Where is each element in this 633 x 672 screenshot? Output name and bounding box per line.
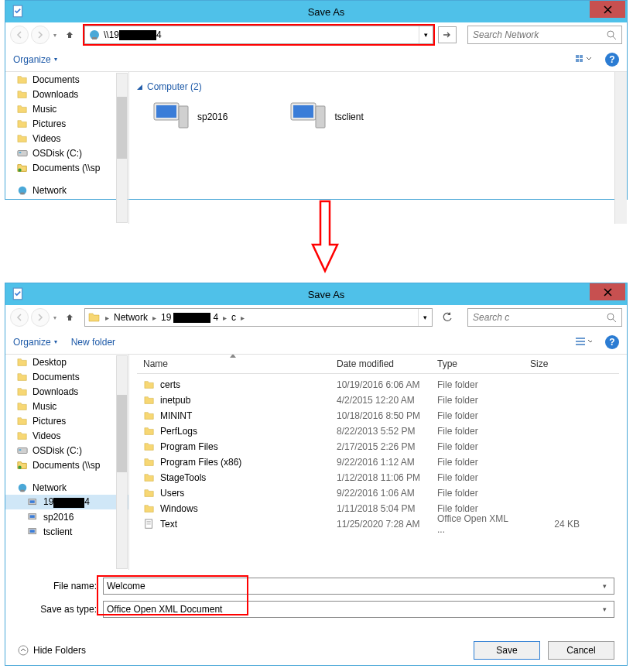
- recent-dropdown[interactable]: ▾: [53, 32, 56, 39]
- folder-icon: [16, 416, 29, 427]
- computer-item[interactable]: sp2016: [152, 101, 228, 132]
- tree-item-network[interactable]: Network: [5, 183, 128, 197]
- tree-item[interactable]: Music: [5, 101, 128, 116]
- titlebar[interactable]: Save As: [5, 1, 627, 22]
- search-input[interactable]: [473, 312, 607, 323]
- group-header-computer[interactable]: ◢ Computer (2): [137, 81, 619, 92]
- chevron-down-icon[interactable]: ▾: [598, 605, 611, 613]
- address-bar[interactable]: \\194 ▾: [84, 26, 433, 44]
- hide-folders-button[interactable]: Hide Folders: [18, 645, 86, 656]
- folder-icon: [16, 104, 29, 115]
- tree-item[interactable]: Pictures: [5, 116, 128, 131]
- svg-rect-18: [580, 59, 583, 62]
- close-button[interactable]: [590, 1, 625, 18]
- column-name[interactable]: Name: [137, 355, 330, 373]
- breadcrumb-segment[interactable]: 194: [161, 312, 218, 323]
- chevron-right-icon[interactable]: ▸: [223, 314, 227, 322]
- up-button[interactable]: [60, 26, 79, 44]
- forward-button[interactable]: [31, 308, 50, 327]
- tree-item-network[interactable]: Network: [5, 480, 128, 495]
- folder-icon: [143, 503, 156, 514]
- forward-button[interactable]: [31, 26, 50, 44]
- save-button[interactable]: Save: [474, 641, 540, 660]
- file-type: File folder: [431, 395, 524, 406]
- tree-item[interactable]: OSDisk (C:): [5, 443, 128, 458]
- view-options-button[interactable]: [571, 334, 596, 351]
- back-button[interactable]: [10, 308, 29, 327]
- file-row[interactable]: StageTools1/12/2018 11:06 PMFile folder: [137, 470, 619, 485]
- go-button[interactable]: [438, 26, 457, 43]
- column-type[interactable]: Type: [431, 355, 524, 373]
- file-row[interactable]: Users9/22/2016 1:06 AMFile folder: [137, 485, 619, 501]
- tree-scrollbar[interactable]: [116, 355, 128, 569]
- tree-item[interactable]: Videos: [5, 428, 128, 443]
- address-dropdown[interactable]: ▾: [418, 309, 432, 326]
- search-box[interactable]: [467, 308, 622, 327]
- search-input[interactable]: [473, 29, 607, 40]
- breadcrumb-bar[interactable]: ▸Network▸194▸c▸ ▾: [84, 308, 433, 327]
- organize-menu[interactable]: Organize▾: [13, 54, 57, 65]
- recent-dropdown[interactable]: ▾: [53, 314, 56, 321]
- tree-item[interactable]: Videos: [5, 131, 128, 146]
- back-icon: [15, 31, 23, 39]
- up-button[interactable]: [60, 308, 79, 327]
- tree-item[interactable]: Pictures: [5, 413, 128, 428]
- cancel-button[interactable]: Cancel: [548, 641, 614, 660]
- tree-item[interactable]: Documents (\\sp: [5, 458, 128, 472]
- file-row[interactable]: Windows1/11/2018 5:04 PMFile folder: [137, 501, 619, 516]
- tree-label: sp2016: [43, 512, 74, 523]
- new-folder-button[interactable]: New folder: [71, 337, 115, 348]
- file-row[interactable]: Text11/25/2020 7:28 AMOffice Open XML ..…: [137, 516, 619, 532]
- computer-item[interactable]: tsclient: [289, 101, 363, 132]
- tree-scrollbar[interactable]: [116, 73, 128, 223]
- search-box[interactable]: [467, 26, 622, 44]
- tree-item[interactable]: Documents: [5, 72, 128, 87]
- tree-item[interactable]: Documents: [5, 369, 128, 384]
- help-button[interactable]: ?: [605, 53, 619, 67]
- breadcrumb-segment[interactable]: Network: [114, 312, 148, 323]
- tree-item-computer[interactable]: sp2016: [5, 509, 128, 524]
- tree-item-computer[interactable]: 194: [5, 495, 128, 509]
- column-size[interactable]: Size: [524, 355, 586, 373]
- organize-menu[interactable]: Organize▾: [13, 337, 57, 348]
- tree-item[interactable]: Downloads: [5, 87, 128, 101]
- refresh-button[interactable]: [438, 309, 457, 326]
- back-button[interactable]: [10, 26, 29, 44]
- scrollbar-thumb[interactable]: [117, 97, 127, 159]
- content-scrollbar[interactable]: [614, 72, 627, 224]
- doc-icon: [143, 519, 156, 530]
- view-options-button[interactable]: [571, 51, 596, 68]
- refresh-icon: [442, 312, 453, 323]
- file-row[interactable]: certs10/19/2016 6:06 AMFile folder: [137, 377, 619, 393]
- chevron-right-icon[interactable]: ▸: [105, 314, 109, 322]
- file-row[interactable]: Program Files (x86)9/22/2016 1:12 AMFile…: [137, 454, 619, 470]
- tree-label: Music: [33, 104, 56, 115]
- tree-item[interactable]: Downloads: [5, 384, 128, 399]
- file-row[interactable]: PerfLogs8/22/2013 5:52 PMFile folder: [137, 423, 619, 439]
- chevron-down-icon: ▾: [54, 56, 57, 63]
- tree-item[interactable]: Desktop: [5, 355, 128, 369]
- folder-tree: DocumentsDownloadsMusicPicturesVideosOSD…: [5, 72, 129, 224]
- breadcrumb-segment[interactable]: c: [231, 312, 236, 323]
- tree-label: Music: [33, 401, 56, 412]
- scrollbar-thumb[interactable]: [117, 395, 127, 472]
- address-dropdown[interactable]: ▾: [419, 26, 433, 43]
- file-name: Windows: [160, 503, 198, 514]
- column-date[interactable]: Date modified: [330, 355, 431, 373]
- saveastype-combo[interactable]: Office Open XML Document ▾: [103, 601, 614, 618]
- file-type: File folder: [431, 472, 524, 483]
- tree-item[interactable]: Music: [5, 399, 128, 413]
- file-row[interactable]: inetpub4/2/2015 12:20 AMFile folder: [137, 393, 619, 408]
- help-button[interactable]: ?: [605, 335, 619, 349]
- tree-item[interactable]: Documents (\\sp: [5, 160, 128, 175]
- file-row[interactable]: Program Files2/17/2015 2:26 PMFile folde…: [137, 439, 619, 454]
- chevron-right-icon[interactable]: ▸: [241, 314, 245, 322]
- tree-item-computer[interactable]: tsclient: [5, 524, 128, 539]
- chevron-down-icon[interactable]: ▾: [598, 582, 611, 590]
- titlebar[interactable]: Save As: [5, 283, 627, 305]
- close-button[interactable]: [590, 283, 625, 300]
- filename-combo[interactable]: Welcome ▾: [103, 578, 614, 595]
- tree-item[interactable]: OSDisk (C:): [5, 146, 128, 160]
- file-row[interactable]: MININT10/18/2016 8:50 PMFile folder: [137, 408, 619, 423]
- chevron-right-icon[interactable]: ▸: [152, 314, 156, 322]
